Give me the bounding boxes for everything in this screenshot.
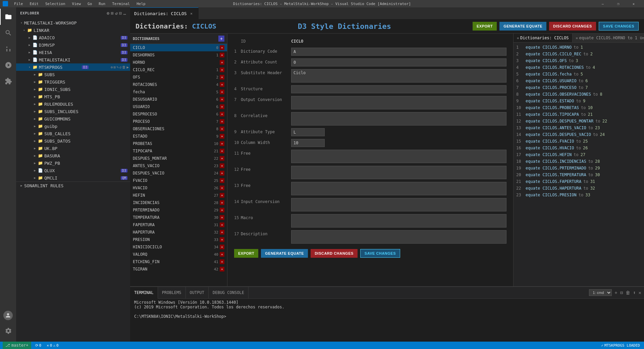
dict-item-desusuario[interactable]: DESUSUARIO 6 ✕	[130, 96, 227, 103]
dict-item-del-tgiran[interactable]: ✕	[220, 267, 224, 271]
dict-item-rotaciones[interactable]: ROTACIONES 4 ✕	[130, 81, 227, 88]
dict-item-fapertura[interactable]: FAPERTURA 31 ✕	[130, 221, 227, 229]
dict-item-ofs[interactable]: OFS 2 ✕	[130, 73, 227, 81]
dict-item-del-proceso[interactable]: ✕	[220, 119, 224, 124]
form-input-free-11[interactable]	[291, 150, 506, 163]
dict-add-button[interactable]: +	[218, 36, 224, 42]
tree-item-subs-datos[interactable]: ▶ 📁 SUBS_DATOS	[16, 137, 130, 145]
action-new-file[interactable]: ⊕	[111, 65, 113, 69]
dict-item-del-fvacio[interactable]: ✕	[220, 178, 224, 183]
tree-item-sonarlint[interactable]: ▶ SONARLINT RULES	[16, 182, 130, 189]
menu-help[interactable]: Help	[135, 1, 148, 7]
dict-item-probetas[interactable]: PROBETAS 10 ✕	[130, 140, 227, 147]
dict-item-antes-vacio[interactable]: ANTES_VACIO 23 ✕	[130, 162, 227, 169]
dict-item-ciclo[interactable]: CICLO 0 ✕	[130, 44, 227, 51]
activity-debug[interactable]	[0, 57, 16, 73]
dict-item-del-estado[interactable]: ✕	[220, 134, 224, 139]
tree-item-mtskprogs[interactable]: ▾ 📁 MTSKPROGS D3 ⊕ ⊞ ✎ ↺ 🗑 ▶	[16, 63, 130, 71]
save-changes-button-bottom[interactable]: SAVE CHANGES	[360, 249, 400, 258]
dict-item-del-ofs[interactable]: ✕	[220, 75, 224, 80]
generate-equate-button-bottom[interactable]: GENERATE EQUATE	[261, 249, 308, 258]
discard-changes-button-top[interactable]: DISCARD CHANGES	[549, 22, 596, 31]
tree-item-guibp[interactable]: ▶ 📁 guibp	[16, 122, 130, 130]
tree-item-qlux[interactable]: ▶ 📄 QLUX D3	[16, 167, 130, 174]
tree-root[interactable]: ▾ METALSTALKI-WORKSHOP	[16, 19, 130, 27]
form-input-attr-count[interactable]	[291, 58, 506, 66]
dict-item-del-etching-fin[interactable]: ✕	[220, 259, 224, 264]
activity-settings[interactable]	[0, 323, 16, 339]
close-button[interactable]: ✕	[626, 0, 641, 7]
terminal-tab-terminal[interactable]: TERMINAL	[130, 287, 158, 299]
export-button-top[interactable]: EXPORT	[473, 22, 497, 31]
dict-item-del-deshornos[interactable]: ✕	[220, 53, 224, 57]
dict-item-fvacio[interactable]: FVACIO 25 ✕	[130, 177, 227, 184]
dict-item-del-rotaciones[interactable]: ✕	[220, 82, 224, 87]
dict-item-valorq[interactable]: VALORQ 40 ✕	[130, 251, 227, 258]
menu-edit[interactable]: Edit	[28, 1, 41, 7]
tree-item-heisa[interactable]: ▶ 📄 HEISA D3	[16, 49, 130, 56]
action-rename[interactable]: ✎	[116, 65, 119, 69]
menu-selection[interactable]: Selection	[43, 1, 67, 7]
generate-equate-button-top[interactable]: GENERATE EQUATE	[499, 22, 546, 31]
terminal-maximize-icon[interactable]: ⬆	[633, 290, 636, 295]
tab-dictionaries-ciclos[interactable]: Dictionaries: CICLOS ✕	[130, 7, 199, 19]
menu-run[interactable]: Run	[97, 1, 107, 7]
more-actions-icon[interactable]: …	[123, 11, 126, 16]
dict-item-tipocapa[interactable]: TIPOCAPA 21 ✕	[130, 147, 227, 155]
dict-item-temperatura[interactable]: TEMPERATURA 30 ✕	[130, 214, 227, 221]
form-input-dict-code[interactable]	[291, 48, 506, 56]
dict-item-del-hiniciociclo[interactable]: ✕	[220, 245, 224, 249]
tree-item-ukbp[interactable]: ▶ 📁 UK.BP	[16, 145, 130, 152]
form-input-structure[interactable]	[291, 85, 506, 93]
terminal-trash-icon[interactable]: 🗑	[626, 290, 630, 295]
form-input-free-13[interactable]	[291, 182, 506, 195]
dict-item-del-usuario[interactable]: ✕	[220, 104, 224, 109]
dict-item-despues-vacio[interactable]: DESPUES_VACIO 24 ✕	[130, 169, 227, 177]
tree-item-linkar[interactable]: ▾ 📁 LINKAR	[16, 27, 130, 34]
form-input-output-conv[interactable]	[291, 96, 506, 109]
dict-item-observaciones[interactable]: OBSERVACIONES 8 ✕	[130, 125, 227, 133]
export-button-bottom[interactable]: EXPORT	[234, 249, 258, 258]
dict-item-proceso[interactable]: PROCESO 7 ✕	[130, 118, 227, 125]
dict-item-del-ciclo-rec[interactable]: ✕	[220, 67, 224, 72]
maximize-button[interactable]: ❐	[610, 0, 626, 7]
dict-item-prterminado[interactable]: PRTERMINADO 29 ✕	[130, 206, 227, 214]
dict-item-del-temperatura[interactable]: ✕	[220, 215, 224, 220]
tree-item-triggers[interactable]: ▶ 📁 TRIGGERS	[16, 78, 130, 86]
activity-extensions[interactable]	[0, 73, 16, 89]
dict-item-del-prterminado[interactable]: ✕	[220, 208, 224, 212]
tree-item-subs-includes[interactable]: ▶ 📁 SUBS_INCLUDES	[16, 108, 130, 115]
dict-item-del-valorq[interactable]: ✕	[220, 252, 224, 257]
terminal-split-icon[interactable]: ⊟	[620, 290, 623, 295]
save-changes-button-top[interactable]: SAVE CHANGES	[599, 22, 639, 31]
dict-item-presion[interactable]: PRESION 33 ✕	[130, 236, 227, 243]
status-loaded[interactable]: ✓ MTSKPROGS LOADED	[600, 343, 641, 348]
equate-tab-equate[interactable]: ≡ equate CICLOS.HORNO to 1 Untitled-1 ●	[573, 34, 644, 42]
tree-item-adaico[interactable]: ▶ 📄 ADAICO D3	[16, 34, 130, 41]
activity-search[interactable]	[0, 25, 16, 41]
tree-item-d3mvsp[interactable]: ▶ 📄 D3MVSP D3	[16, 41, 130, 49]
activity-scm[interactable]	[0, 41, 16, 57]
dict-item-del-horno[interactable]: ✕	[220, 60, 224, 65]
form-input-description[interactable]	[291, 230, 506, 244]
dict-item-tgiran[interactable]: TGIRAN 42 ✕	[130, 265, 227, 273]
dict-item-del-tipocapa[interactable]: ✕	[220, 149, 224, 153]
terminal-tab-debug[interactable]: DEBUG CONSOLE	[209, 287, 249, 299]
status-branch[interactable]: ⎇ master+	[3, 342, 31, 349]
menu-terminal[interactable]: Terminal	[110, 1, 132, 7]
terminal-tab-output[interactable]: OUTPUT	[186, 287, 209, 299]
dict-item-hapertura[interactable]: HAPERTURA 32 ✕	[130, 229, 227, 236]
menu-go[interactable]: Go	[86, 1, 94, 7]
dict-item-etching-fin[interactable]: ETCHING_FIN 41 ✕	[130, 258, 227, 265]
terminal-tab-problems[interactable]: PROBLEMS	[158, 287, 186, 299]
dict-item-incidencias[interactable]: INCIDENCIAS 28 ✕	[130, 199, 227, 206]
form-input-attr-type[interactable]	[291, 128, 325, 136]
dict-item-ciclo-rec[interactable]: CICLO_REC 1 ✕	[130, 66, 227, 73]
menu-file[interactable]: File	[12, 1, 25, 7]
action-delete[interactable]: 🗑	[122, 65, 126, 69]
dict-item-del-hefin[interactable]: ✕	[220, 193, 224, 198]
status-errors[interactable]: ✕ 0 ⚠ 0	[45, 343, 60, 348]
dict-item-del-observaciones[interactable]: ✕	[220, 127, 224, 131]
tree-item-ionic-subs[interactable]: ▶ 📁 IONIC_SUBS	[16, 86, 130, 93]
action-more[interactable]: ▶	[126, 65, 129, 69]
